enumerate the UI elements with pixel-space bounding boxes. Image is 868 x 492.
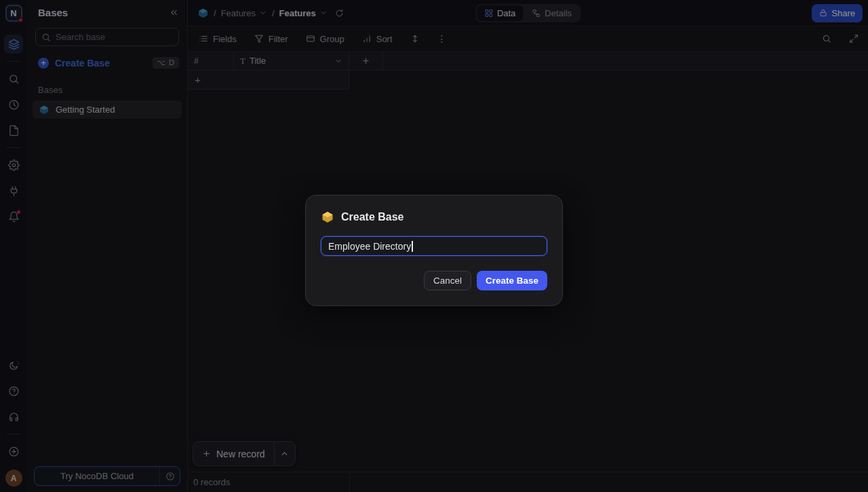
modal-title: Create Base <box>341 211 404 223</box>
base-hexagon-amber-icon <box>321 210 334 224</box>
create-base-modal: Create Base Employee Directory Cancel Cr… <box>305 195 563 306</box>
modal-header: Create Base <box>321 210 547 224</box>
create-base-submit-button[interactable]: Create Base <box>477 271 547 290</box>
modal-actions: Cancel Create Base <box>321 271 547 290</box>
cancel-button[interactable]: Cancel <box>424 271 471 290</box>
base-name-input[interactable]: Employee Directory <box>321 236 547 256</box>
base-name-value: Employee Directory <box>328 241 411 252</box>
text-caret <box>412 241 413 252</box>
